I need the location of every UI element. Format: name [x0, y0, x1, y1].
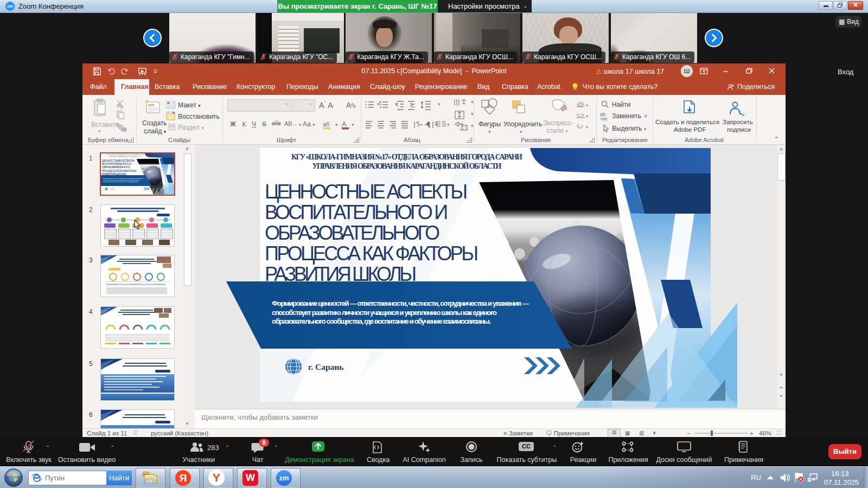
svg-text:▾: ▾	[586, 103, 588, 108]
svg-text:аб: аб	[323, 121, 329, 127]
svg-text:А: А	[342, 120, 347, 128]
svg-text:час: час	[600, 116, 608, 121]
svg-text:▾: ▾	[586, 114, 588, 119]
svg-text:▾: ▾	[586, 125, 588, 130]
svg-text:А: А	[346, 101, 352, 110]
